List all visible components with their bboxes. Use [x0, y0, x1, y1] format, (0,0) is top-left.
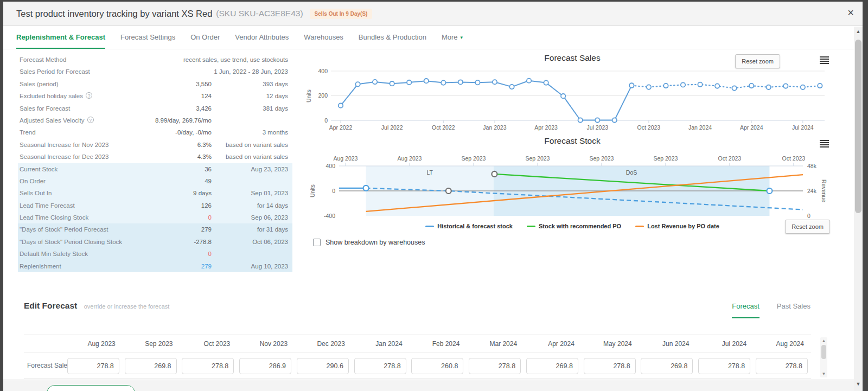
forecast-value-cell: [65, 353, 123, 379]
forecast-value-input[interactable]: [297, 358, 349, 374]
tab-replenishment-forecast[interactable]: Replenishment & Forecast: [16, 27, 105, 49]
tab-vendor-attributes[interactable]: Vendor Attributes: [235, 27, 289, 49]
stat-value: 126: [201, 200, 212, 211]
tab-forecast-settings[interactable]: Forecast Settings: [120, 27, 175, 49]
svg-text:0: 0: [332, 188, 335, 194]
svg-text:Apr 2022: Apr 2022: [329, 124, 353, 131]
stat-label: Adjusted Sales Velocity: [20, 117, 85, 124]
stat-value[interactable]: 279: [201, 260, 212, 272]
svg-text:Jul 2022: Jul 2022: [381, 124, 403, 131]
forecast-month-column: Dec 2023: [295, 335, 352, 379]
stat-value: 0: [208, 211, 212, 223]
help-icon[interactable]: ?: [86, 92, 92, 99]
scroll-down-icon[interactable]: ▼: [854, 381, 863, 387]
svg-text:Oct 2023: Oct 2023: [718, 155, 742, 162]
stat-extra: Aug 10, 2023: [251, 260, 288, 272]
svg-text:-400: -400: [324, 213, 335, 219]
chevron-down-icon: ▾: [461, 35, 463, 40]
stock-reset-zoom-button[interactable]: Reset zoom: [785, 220, 830, 234]
forecast-value-input[interactable]: [469, 358, 521, 374]
scroll-up-icon[interactable]: ▲: [820, 338, 827, 343]
forecast-value-input[interactable]: [411, 358, 463, 374]
help-icon[interactable]: ?: [87, 117, 94, 123]
stock-chart-plot: LTDoSAug 2023Aug 2023Sep 2023Sep 2023Sep…: [304, 144, 841, 228]
stat-value: 9 days: [193, 187, 212, 199]
table-row: On Order49: [18, 175, 292, 187]
forecast-value-input[interactable]: [182, 358, 234, 374]
forecast-value-input[interactable]: [67, 358, 119, 374]
svg-text:Oct 2023: Oct 2023: [637, 124, 661, 131]
svg-text:400: 400: [318, 68, 328, 74]
table-row: Adjusted Sales Velocity?8.99/day, 269.76…: [18, 114, 292, 126]
forecast-month-column: May 2024: [582, 335, 639, 379]
table-row: "Days of Stock" Period Closing Stock-278…: [18, 236, 292, 248]
table-row: Seasonal Increase for Nov 20236.3%based …: [18, 139, 292, 151]
forecast-value-input[interactable]: [354, 358, 406, 374]
stat-label: Current Stock: [20, 166, 58, 172]
svg-text:0: 0: [324, 117, 328, 124]
svg-text:Units: Units: [309, 184, 316, 197]
stat-value: 3,550: [196, 78, 212, 90]
stat-extra: based on variant sales: [226, 139, 288, 151]
month-header: Mar 2024: [467, 335, 524, 353]
forecast-value-cell: [639, 353, 697, 379]
forecast-month-column: Jun 2024: [639, 335, 697, 379]
legend-label: Stock with recommended PO: [539, 223, 621, 229]
stat-extra: 1 Jun, 2022 - 28 Jun, 2023: [214, 66, 288, 78]
tab-on-order[interactable]: On Order: [190, 27, 220, 49]
close-icon[interactable]: ×: [847, 7, 854, 18]
scroll-down-icon[interactable]: ▼: [820, 371, 827, 376]
stat-extra: 12 days: [266, 90, 288, 102]
month-header: Jun 2024: [639, 335, 697, 353]
svg-text:Apr 2024: Apr 2024: [740, 124, 763, 131]
table-row: Trend-0/day, -0/mo3 months: [18, 126, 292, 138]
forecast-value-input[interactable]: [756, 358, 808, 374]
legend-item[interactable]: Historical & forecast stock: [425, 223, 513, 229]
forecast-value-input[interactable]: [698, 358, 750, 374]
tab-past-sales[interactable]: Past Sales: [777, 302, 810, 318]
stat-label: Sells Out In: [20, 190, 52, 196]
forecast-value-cell: [352, 353, 410, 379]
stat-extra: recent sales, use trend, use stockouts: [183, 54, 288, 66]
tab-label: More: [442, 33, 458, 41]
forecast-value-cell: [410, 353, 467, 379]
forecast-row-label-column: Forecast Sales: [24, 335, 65, 379]
stat-extra: based on variant sales: [226, 151, 288, 163]
forecast-value-input[interactable]: [125, 358, 177, 374]
stat-label: Lead Time Forecast: [20, 202, 75, 209]
forecast-row-label: Forecast Sales: [24, 353, 65, 379]
tab-warehouses[interactable]: Warehouses: [304, 27, 343, 49]
legend-item[interactable]: Stock with recommended PO: [527, 223, 621, 229]
svg-text:Aug 2023: Aug 2023: [397, 155, 422, 162]
page-scrollbar[interactable]: ▲ ▼: [854, 27, 863, 391]
month-header: Jan 2024: [352, 335, 410, 353]
table-row: Replenishment279Aug 10, 2023: [18, 260, 292, 272]
stat-label: Trend: [20, 129, 36, 136]
scroll-up-icon[interactable]: ▲: [854, 29, 863, 34]
svg-text:Oct 2023: Oct 2023: [782, 155, 806, 162]
forecast-value-input[interactable]: [584, 358, 636, 374]
legend-item[interactable]: Lost Revenue by PO date: [635, 223, 719, 229]
stat-extra: 3 months: [263, 126, 288, 138]
sales-reset-zoom-button[interactable]: Reset zoom: [735, 54, 780, 68]
tab-bundles-production[interactable]: Bundles & Production: [359, 27, 426, 49]
warehouse-breakdown-checkbox[interactable]: [313, 239, 321, 246]
forecast-value-input[interactable]: [239, 358, 291, 374]
forecast-table-scrollbar[interactable]: ▲ ▼: [820, 337, 827, 377]
tab-more[interactable]: More▾: [442, 27, 463, 49]
footer-button-partial[interactable]: [47, 385, 135, 391]
svg-text:24k: 24k: [807, 188, 817, 194]
tab-label: Bundles & Production: [359, 33, 426, 41]
forecast-value-input[interactable]: [641, 358, 693, 374]
scrollbar-thumb[interactable]: [821, 345, 826, 359]
forecast-month-column: Aug 2023: [65, 335, 123, 379]
tab-forecast[interactable]: Forecast: [732, 302, 760, 318]
sales-chart-menu-icon[interactable]: [820, 56, 829, 64]
forecast-value-input[interactable]: [526, 358, 578, 374]
modal-footer: [3, 380, 854, 391]
month-header: Nov 2023: [237, 335, 295, 353]
forecast-month-column: Oct 2023: [180, 335, 238, 379]
scrollbar-thumb[interactable]: [855, 40, 861, 213]
stat-label: Default Min Safety Stock: [20, 251, 88, 257]
stat-label: "Days of Stock" Period Forecast: [20, 226, 108, 233]
